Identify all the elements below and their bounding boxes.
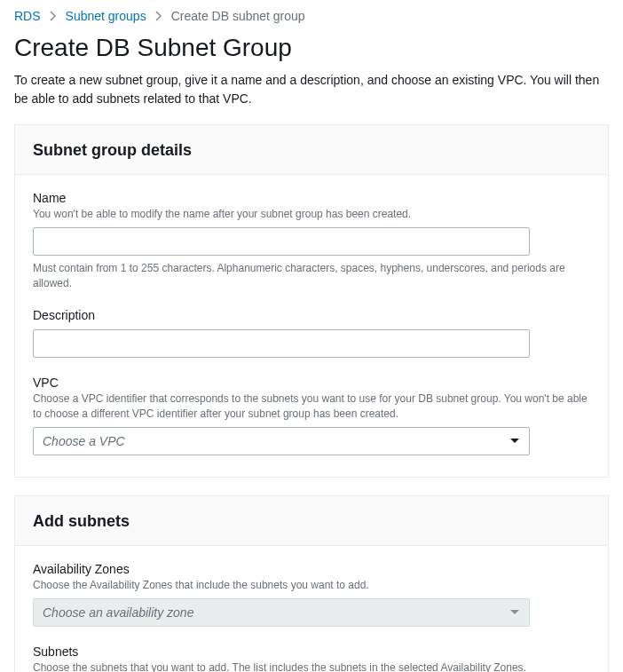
- page-title: Create DB Subnet Group: [14, 34, 609, 62]
- chevron-right-icon: [50, 11, 57, 21]
- az-select[interactable]: Choose an availability zone: [33, 598, 530, 627]
- vpc-label: VPC: [33, 376, 590, 390]
- description-input[interactable]: [33, 329, 530, 358]
- az-label: Availability Zones: [33, 562, 590, 576]
- name-field: Name You won't be able to modify the nam…: [33, 191, 590, 290]
- subnets-field: Subnets Choose the subnets that you want…: [33, 644, 590, 672]
- az-field: Availability Zones Choose the Availabili…: [33, 562, 590, 627]
- vpc-select[interactable]: Choose a VPC: [33, 427, 530, 455]
- name-constraint: Must contain from 1 to 255 characters. A…: [33, 261, 590, 291]
- vpc-hint: Choose a VPC identifier that corresponds…: [33, 391, 590, 422]
- vpc-select-placeholder: Choose a VPC: [43, 434, 125, 448]
- az-hint: Choose the Availability Zones that inclu…: [33, 578, 590, 593]
- subnet-group-details-panel: Subnet group details Name You won't be a…: [14, 124, 609, 478]
- caret-down-icon: [509, 438, 520, 445]
- name-input[interactable]: [33, 227, 530, 256]
- details-heading: Subnet group details: [33, 141, 590, 160]
- description-label: Description: [33, 308, 590, 322]
- breadcrumb-current: Create DB subnet group: [171, 9, 305, 23]
- subnets-hint: Choose the subnets that you want to add.…: [33, 660, 590, 672]
- subnets-label: Subnets: [33, 644, 590, 659]
- az-select-placeholder: Choose an availability zone: [43, 605, 193, 620]
- description-field: Description: [33, 308, 590, 358]
- add-subnets-panel: Add subnets Availability Zones Choose th…: [14, 495, 609, 672]
- breadcrumb: RDS Subnet groups Create DB subnet group: [14, 9, 609, 23]
- chevron-right-icon: [155, 11, 162, 21]
- page-description: To create a new subnet group, give it a …: [14, 71, 609, 108]
- add-subnets-heading: Add subnets: [33, 512, 590, 531]
- breadcrumb-rds-link[interactable]: RDS: [14, 9, 41, 23]
- name-label: Name: [33, 191, 590, 205]
- name-hint: You won't be able to modify the name aft…: [33, 207, 590, 222]
- caret-down-icon: [509, 609, 520, 616]
- vpc-field: VPC Choose a VPC identifier that corresp…: [33, 376, 590, 455]
- breadcrumb-subnet-groups-link[interactable]: Subnet groups: [66, 9, 146, 23]
